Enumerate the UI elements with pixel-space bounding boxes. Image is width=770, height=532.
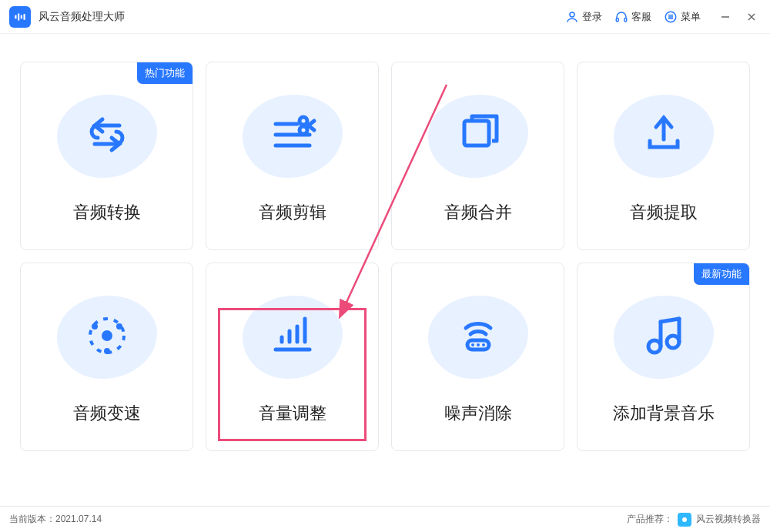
cut-icon [265,107,320,166]
card-label: 音频变速 [73,402,141,425]
card-label: 音频转换 [73,201,141,224]
main-content: 热门功能 音频转换 [0,34,770,467]
card-icon-wrap [424,88,532,184]
badge-new: 最新功能 [694,263,749,285]
recommend-label: 产品推荐： [627,513,673,526]
card-volume-adjust[interactable]: 音量调整 [206,263,379,451]
window-controls [718,9,759,25]
extract-icon [636,107,691,166]
menu-icon [664,10,678,24]
card-icon-wrap [424,289,532,385]
svg-rect-21 [464,121,489,146]
svg-point-25 [92,323,98,330]
card-icon-wrap [610,289,718,385]
recommend-section[interactable]: 产品推荐： 风云视频转换器 [627,513,761,527]
close-button[interactable] [744,9,759,25]
speed-icon [79,308,135,366]
card-label: 音量调整 [259,402,326,425]
card-label: 音频合并 [444,201,512,224]
support-button[interactable]: 客服 [614,10,651,24]
card-add-bgm[interactable]: 最新功能 添加背景音乐 [577,263,750,451]
svg-point-34 [471,343,474,346]
svg-point-4 [570,12,574,17]
card-icon-wrap [610,88,718,184]
svg-point-27 [104,348,110,354]
version-value: 2021.07.14 [55,514,102,524]
version-label: 当前版本： [9,514,55,524]
card-icon-wrap [239,88,346,184]
card-label: 添加背景音乐 [613,402,715,425]
svg-rect-1 [18,13,19,20]
card-noise-remove[interactable]: 噪声消除 [391,263,564,451]
svg-point-44 [682,517,687,522]
svg-point-24 [103,332,111,340]
user-icon [565,10,579,24]
recommend-logo-icon [678,513,691,527]
denoise-icon [450,308,506,366]
support-label: 客服 [631,10,651,24]
svg-rect-3 [24,14,25,20]
recommend-product: 风云视频转换器 [696,513,761,526]
svg-rect-2 [21,15,22,18]
svg-rect-5 [616,18,618,22]
card-label: 音频剪辑 [259,201,326,224]
menu-button[interactable]: 菜单 [664,10,701,24]
login-button[interactable]: 登录 [565,10,602,24]
card-label: 音频提取 [630,201,698,224]
svg-point-36 [482,343,485,346]
version-info: 当前版本：2021.07.14 [9,513,102,526]
card-audio-extract[interactable]: 音频提取 [577,62,750,250]
card-audio-speed[interactable]: 音频变速 [20,263,193,451]
status-bar: 当前版本：2021.07.14 产品推荐： 风云视频转换器 [0,506,770,532]
svg-point-26 [116,323,122,330]
svg-rect-6 [624,18,627,22]
feature-grid: 热门功能 音频转换 [20,62,750,451]
app-logo-icon [9,6,31,28]
merge-icon [450,107,506,166]
badge-hot: 热门功能 [137,62,192,84]
card-audio-convert[interactable]: 热门功能 音频转换 [20,62,193,250]
card-icon-wrap [53,289,161,385]
headset-icon [614,10,628,24]
menu-label: 菜单 [681,10,701,24]
card-label: 噪声消除 [444,402,512,425]
card-audio-merge[interactable]: 音频合并 [391,62,564,250]
login-label: 登录 [582,10,602,24]
music-icon [636,308,691,366]
svg-line-41 [661,319,679,322]
card-icon-wrap [53,88,161,184]
header-left: 风云音频处理大师 [9,6,125,28]
card-icon-wrap [239,289,346,385]
title-bar: 风云音频处理大师 登录 客服 菜单 [0,0,770,34]
header-right: 登录 客服 菜单 [565,9,759,25]
minimize-button[interactable] [718,9,733,25]
volume-icon [265,308,320,366]
svg-rect-0 [15,15,16,18]
app-title: 风云音频处理大师 [38,10,125,24]
svg-point-35 [477,343,480,346]
convert-icon [79,107,135,166]
card-audio-edit[interactable]: 音频剪辑 [206,62,379,250]
